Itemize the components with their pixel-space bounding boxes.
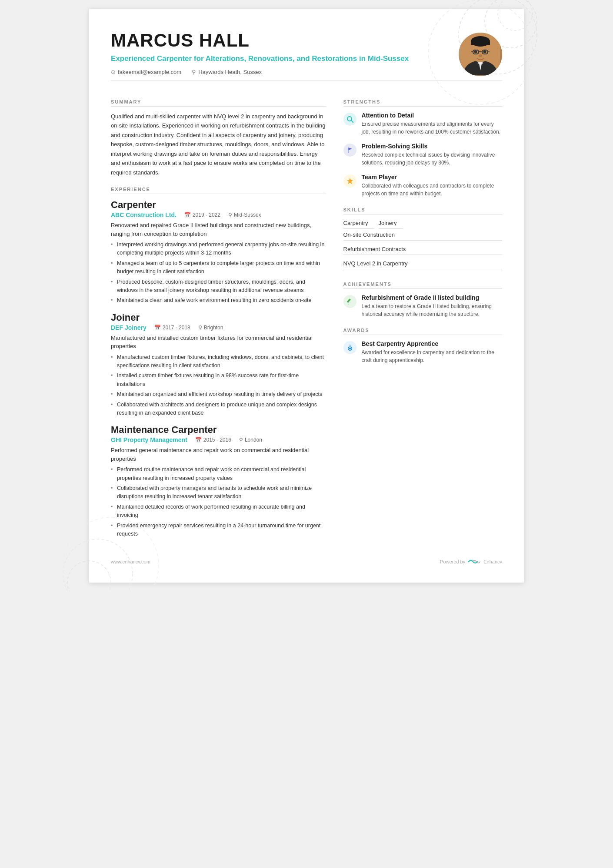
job-1-desc: Renovated and repaired Grade II listed b…	[111, 221, 326, 238]
strength-2-content: Problem-Solving Skills Resolved complex …	[362, 143, 503, 167]
flag-icon	[346, 147, 353, 154]
job-2-years: 📅 2017 - 2018	[154, 325, 190, 331]
svg-marker-28	[347, 178, 353, 184]
job-3-bullets: Performed routine maintenance and repair…	[111, 466, 326, 538]
candidate-subtitle: Experienced Carpenter for Alterations, R…	[111, 54, 446, 64]
email-contact: ⊙ fakeemail@example.com	[111, 69, 181, 75]
brand-name: Enhancv	[483, 559, 502, 564]
pin-icon: ⚲	[228, 212, 232, 218]
location-contact: ⚲ Haywards Heath, Sussex	[192, 69, 262, 75]
achievement-1-icon-wrap	[343, 295, 356, 308]
strength-3-icon-wrap	[343, 174, 356, 188]
strength-3-content: Team Player Collaborated with colleagues…	[362, 174, 503, 198]
list-item: Manufactured custom timber fixtures, inc…	[111, 353, 326, 370]
skill-refurbishment: Refurbishment Contracts	[343, 246, 503, 255]
strength-2: Problem-Solving Skills Resolved complex …	[343, 143, 503, 167]
skill-construction: On-site Construction	[343, 231, 503, 241]
job-1-title: Carpenter	[111, 199, 326, 211]
star-icon	[346, 178, 353, 184]
achievement-1-content: Refurbishment of Grade II listed buildin…	[362, 294, 503, 318]
magnifier-icon	[346, 116, 353, 123]
pin-icon: ⚲	[239, 437, 243, 443]
location-text: Haywards Heath, Sussex	[198, 69, 262, 75]
job-1-years: 📅 2019 - 2022	[184, 212, 220, 218]
list-item: Provided emergency repair services resul…	[111, 522, 326, 539]
job-1: Carpenter ABC Construction Ltd. 📅 2019 -…	[111, 199, 326, 305]
medal-icon	[346, 344, 353, 351]
list-item: Maintained a clean and safe work environ…	[111, 296, 326, 305]
left-column: SUMMARY Qualified and multi-skilled carp…	[111, 90, 326, 545]
strength-1-title: Attention to Detail	[362, 112, 503, 119]
job-1-company: ABC Construction Ltd.	[111, 211, 177, 218]
skill-row-1: Carpentry Joinery	[343, 220, 503, 229]
footer-website: www.enhancv.com	[111, 559, 150, 564]
strength-1: Attention to Detail Ensured precise meas…	[343, 112, 503, 136]
svg-point-3	[498, 0, 533, 30]
job-3-company-line: GHI Property Management 📅 2015 - 2016 ⚲ …	[111, 436, 326, 443]
footer-brand: Powered by Enhancv	[440, 558, 502, 565]
svg-rect-32	[349, 345, 350, 347]
award-1-content: Best Carpentry Apprentice Awarded for ex…	[362, 340, 503, 364]
strengths-label: STRENGTHS	[343, 99, 503, 107]
svg-rect-29	[346, 298, 350, 303]
list-item: Collaborated with property managers and …	[111, 484, 326, 501]
candidate-name: MARCUS HALL	[111, 30, 446, 50]
job-2-title: Joiner	[111, 312, 326, 323]
svg-point-21	[479, 54, 482, 57]
resume-page: MARCUS HALL Experienced Carpenter for Al…	[89, 9, 524, 583]
calendar-icon: 📅	[184, 212, 191, 218]
list-item: Installed custom timber fixtures resulti…	[111, 372, 326, 389]
strength-1-content: Attention to Detail Ensured precise meas…	[362, 112, 503, 136]
svg-point-5	[67, 561, 111, 591]
job-1-bullets: Interpreted working drawings and perform…	[111, 241, 326, 305]
job-2-company: DEF Joinery	[111, 324, 147, 331]
pin-icon: ⚲	[198, 325, 202, 331]
skill-carpentry: Carpentry	[343, 220, 374, 229]
two-col-layout: SUMMARY Qualified and multi-skilled carp…	[111, 90, 502, 545]
job-2-desc: Manufactured and installed custom timber…	[111, 334, 326, 351]
achievement-1-title: Refurbishment of Grade II listed buildin…	[362, 294, 503, 301]
strength-1-desc: Ensured precise measurements and alignme…	[362, 120, 503, 136]
svg-point-23	[490, 49, 492, 53]
svg-rect-26	[348, 147, 349, 153]
job-3: Maintenance Carpenter GHI Property Manag…	[111, 424, 326, 538]
enhancv-logo-icon	[468, 558, 481, 565]
strength-2-title: Problem-Solving Skills	[362, 143, 503, 150]
job-2-bullets: Manufactured custom timber fixtures, inc…	[111, 353, 326, 418]
list-item: Maintained detailed records of work perf…	[111, 503, 326, 520]
calendar-icon: 📅	[195, 437, 202, 443]
summary-text: Qualified and multi-skilled carpenter wi…	[111, 112, 326, 177]
achievement-1: Refurbishment of Grade II listed buildin…	[343, 294, 503, 318]
strength-3: Team Player Collaborated with colleagues…	[343, 174, 503, 198]
list-item: Collaborated with architects and designe…	[111, 401, 326, 418]
award-1-desc: Awarded for excellence in carpentry and …	[362, 349, 503, 364]
pencil-icon	[346, 298, 353, 305]
strength-2-desc: Resolved complex technical issues by dev…	[362, 151, 503, 167]
svg-point-19	[474, 50, 477, 53]
skill-joinery: Joinery	[379, 220, 403, 229]
svg-line-25	[351, 121, 353, 122]
achievement-1-desc: Led a team to restore a Grade II listed …	[362, 302, 503, 318]
summary-label: SUMMARY	[111, 99, 326, 107]
award-1: Best Carpentry Apprentice Awarded for ex…	[343, 340, 503, 364]
job-3-desc: Performed general maintenance and repair…	[111, 446, 326, 463]
award-1-icon-wrap	[343, 341, 356, 354]
strength-3-desc: Collaborated with colleagues and contrac…	[362, 182, 503, 198]
experience-label: EXPERIENCE	[111, 187, 326, 194]
contact-line: ⊙ fakeemail@example.com ⚲ Haywards Heath…	[111, 69, 446, 75]
skills-label: SKILLS	[343, 207, 503, 214]
avatar	[459, 33, 502, 76]
header-left: MARCUS HALL Experienced Carpenter for Al…	[111, 30, 446, 75]
svg-rect-13	[471, 41, 490, 45]
awards-label: AWARDS	[343, 328, 503, 335]
list-item: Interpreted working drawings and perform…	[111, 241, 326, 258]
email-icon: ⊙	[111, 69, 116, 75]
svg-point-20	[483, 50, 486, 53]
list-item: Produced bespoke, custom-designed timber…	[111, 278, 326, 295]
location-icon: ⚲	[192, 69, 196, 75]
svg-marker-27	[348, 147, 352, 150]
achievements-label: ACHIEVEMENTS	[343, 282, 503, 289]
list-item: Maintained an organized and efficient wo…	[111, 390, 326, 399]
calendar-icon: 📅	[154, 325, 161, 331]
strength-1-icon-wrap	[343, 113, 356, 126]
